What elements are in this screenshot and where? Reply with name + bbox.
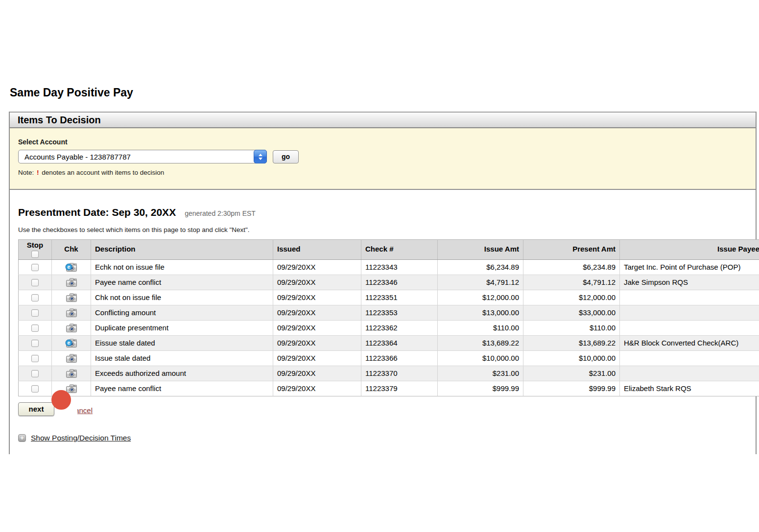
check-number-cell: 11223343 <box>361 259 438 275</box>
table-header-row: StopChkDescriptionIssuedCheck #Issue Amt… <box>19 240 759 260</box>
present-amt-cell: $12,000.00 <box>523 290 620 305</box>
expand-plus-icon[interactable] <box>18 434 26 442</box>
description-cell: Chk not on issue file <box>91 290 273 305</box>
issue-amt-cell: $231.00 <box>438 366 523 381</box>
description-cell: Duplicate presentment <box>91 320 273 335</box>
camera-icon[interactable] <box>65 308 78 318</box>
account-select-value: Accounts Payable - 1238787787 <box>19 153 131 161</box>
column-header-issue-payee: Issue Payee <box>620 240 759 260</box>
check-number-cell: 11223351 <box>361 290 438 305</box>
select-stepper-icon[interactable] <box>254 150 267 163</box>
echk-camera-icon[interactable]: e <box>65 338 78 348</box>
check-number-cell: 11223364 <box>361 335 438 350</box>
panel-title: Items To Decision <box>18 115 101 126</box>
issued-cell: 09/29/20XX <box>273 350 361 366</box>
column-header-present-amt: Present Amt <box>523 240 620 260</box>
table-row: Issue stale dated09/29/20XX11223366$10,0… <box>19 350 759 366</box>
cancel-link[interactable]: cancel <box>77 406 93 415</box>
select-account-label: Select Account <box>18 138 747 146</box>
stop-cell <box>19 290 52 305</box>
stop-cell <box>19 335 52 350</box>
issue-payee-cell <box>620 350 759 366</box>
note-text: denotes an account with items to decisio… <box>42 169 164 176</box>
stop-checkbox[interactable] <box>31 324 39 332</box>
next-button[interactable]: next <box>18 402 54 416</box>
presentment-row: Presentment Date: Sep 30, 20XX generated… <box>18 207 756 218</box>
description-cell: Payee name conflict <box>91 275 273 290</box>
issued-cell: 09/29/20XX <box>273 335 361 350</box>
show-posting-decision-times-link[interactable]: Show Posting/Decision Times <box>31 434 131 442</box>
stop-checkbox[interactable] <box>31 355 39 362</box>
description-cell: Issue stale dated <box>91 350 273 366</box>
description-cell: Echk not on issue file <box>91 259 273 275</box>
description-cell: Exceeds authorized amount <box>91 366 273 381</box>
check-number-cell: 11223370 <box>361 366 438 381</box>
issued-cell: 09/29/20XX <box>273 320 361 335</box>
issue-payee-cell: Jake Simpson RQS <box>620 275 759 290</box>
check-number-cell: 11223353 <box>361 305 438 320</box>
account-select-row: Accounts Payable - 1238787787 go <box>18 150 747 163</box>
description-cell: Eissue stale dated <box>91 335 273 350</box>
present-amt-cell: $4,791.12 <box>523 275 620 290</box>
stop-cell <box>19 350 52 366</box>
issue-payee-cell <box>620 290 759 305</box>
actions-row: next cancel <box>18 402 756 434</box>
account-select[interactable]: Accounts Payable - 1238787787 <box>18 150 267 163</box>
stop-cell <box>19 275 52 290</box>
chk-cell <box>52 275 91 290</box>
present-amt-cell: $13,689.22 <box>523 335 620 350</box>
present-amt-cell: $231.00 <box>523 366 620 381</box>
alert-exclamation-icon: ! <box>36 169 40 176</box>
stop-checkbox[interactable] <box>31 264 39 271</box>
svg-text:e: e <box>67 264 70 270</box>
issue-payee-cell: Elizabeth Stark RQS <box>620 381 759 396</box>
chevron-up-icon <box>259 154 262 156</box>
present-amt-cell: $33,000.00 <box>523 305 620 320</box>
check-number-cell: 11223366 <box>361 350 438 366</box>
present-amt-cell: $110.00 <box>523 320 620 335</box>
table-body: eEchk not on issue file09/29/20XX1122334… <box>19 259 759 396</box>
account-note: Note: ! denotes an account with items to… <box>18 169 747 176</box>
issued-cell: 09/29/20XX <box>273 259 361 275</box>
check-number-cell: 11223346 <box>361 275 438 290</box>
issue-amt-cell: $4,791.12 <box>438 275 523 290</box>
select-all-checkbox[interactable] <box>31 251 39 258</box>
camera-icon[interactable] <box>65 293 78 302</box>
stop-cell <box>19 381 52 396</box>
echk-camera-icon[interactable]: e <box>65 262 78 272</box>
items-table: StopChkDescriptionIssuedCheck #Issue Amt… <box>18 239 759 396</box>
camera-icon[interactable] <box>65 369 78 378</box>
stop-cell <box>19 366 52 381</box>
stop-cell <box>19 305 52 320</box>
camera-icon[interactable] <box>65 278 78 287</box>
footer-link-row: Show Posting/Decision Times <box>18 434 756 442</box>
stop-checkbox[interactable] <box>31 279 39 286</box>
generated-timestamp: generated 2:30pm EST <box>185 209 256 217</box>
stop-checkbox[interactable] <box>31 309 39 317</box>
column-header-issue-amt: Issue Amt <box>438 240 523 260</box>
issue-amt-cell: $10,000.00 <box>438 350 523 366</box>
table-row: Payee name conflict09/29/20XX11223379$99… <box>19 381 759 396</box>
stop-checkbox[interactable] <box>31 370 39 377</box>
table-row: Exceeds authorized amount09/29/20XX11223… <box>19 366 759 381</box>
issue-amt-cell: $12,000.00 <box>438 290 523 305</box>
page: Same Day Positive Pay Items To Decision … <box>0 0 759 532</box>
stop-checkbox[interactable] <box>31 294 39 301</box>
issue-amt-cell: $999.99 <box>438 381 523 396</box>
camera-icon[interactable] <box>65 323 78 333</box>
present-amt-cell: $999.99 <box>523 381 620 396</box>
annotation-ring <box>51 390 71 410</box>
issue-payee-cell <box>620 366 759 381</box>
issue-payee-cell: Target Inc. Point of Purchase (POP) <box>620 259 759 275</box>
go-button[interactable]: go <box>273 150 299 163</box>
table-row: Conflicting amount09/29/20XX11223353$13,… <box>19 305 759 320</box>
camera-icon[interactable] <box>65 353 78 363</box>
chk-cell <box>52 320 91 335</box>
issued-cell: 09/29/20XX <box>273 290 361 305</box>
stop-cell <box>19 259 52 275</box>
page-title: Same Day Positive Pay <box>10 86 133 99</box>
stop-checkbox[interactable] <box>31 385 39 393</box>
items-to-decision-panel: Items To Decision Select Account Account… <box>9 112 757 454</box>
column-header-issued: Issued <box>273 240 361 260</box>
stop-checkbox[interactable] <box>31 340 39 347</box>
